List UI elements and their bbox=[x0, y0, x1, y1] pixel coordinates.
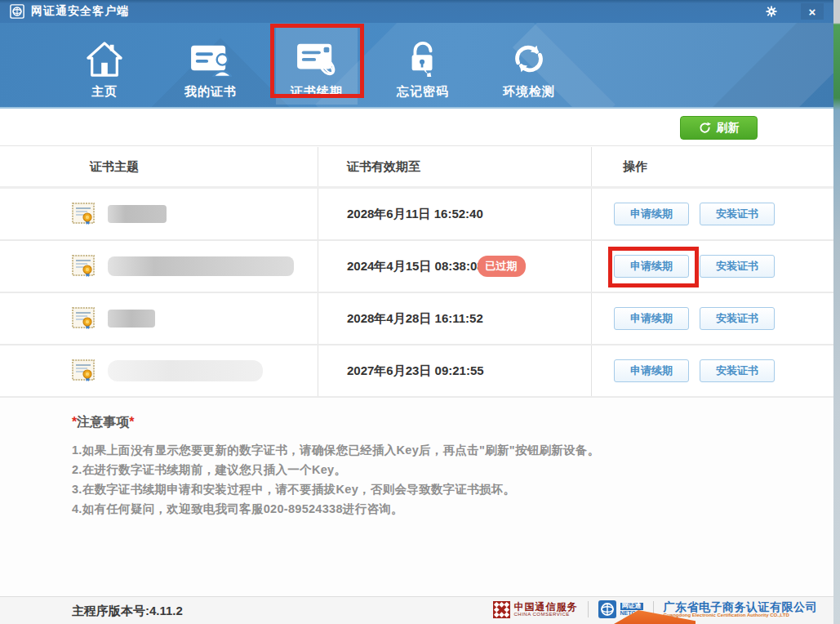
refresh-icon bbox=[699, 122, 711, 134]
certificate-icon bbox=[72, 359, 95, 382]
redacted-subject bbox=[108, 360, 263, 381]
note-item: 1.如果上面没有显示您要更新的数字证书，请确保您已经插入Key后，再点击"刷新"… bbox=[72, 440, 600, 460]
note-item: 4.如有任何疑问，欢迎致电我司客服020-89524338进行咨询。 bbox=[72, 499, 600, 519]
nav-items: 主页 我的证书 bbox=[64, 27, 570, 105]
app-window: 网证通安全客户端 × bbox=[0, 0, 833, 624]
asterisk: * bbox=[129, 415, 134, 429]
version-label: 主程序版本号:4.11.2 bbox=[72, 604, 183, 619]
notes-section: *注意事项* 1.如果上面没有显示您要更新的数字证书，请确保您已经插入Key后，… bbox=[0, 398, 833, 596]
home-icon bbox=[86, 38, 123, 79]
expired-badge: 已过期 bbox=[478, 256, 526, 277]
install-cert-button[interactable]: 安装证书 bbox=[700, 203, 775, 225]
valid-until: 2028年4月28日 16:11:52 bbox=[347, 311, 483, 327]
nav-label: 我的证书 bbox=[184, 84, 237, 100]
table-row: 2024年4月15日 08:38:08 已过期 申请续期 安装证书 bbox=[0, 241, 833, 293]
nav-item-cert-renew[interactable]: 证书续期 bbox=[276, 27, 358, 105]
close-icon[interactable]: × bbox=[801, 3, 824, 20]
cycle-arrows-icon bbox=[510, 38, 548, 79]
refresh-button[interactable]: 刷新 bbox=[680, 116, 758, 140]
renew-button[interactable]: 申请续期 bbox=[614, 359, 689, 382]
china-comservice-name: 中国通信服务 bbox=[514, 602, 578, 613]
table-row: 2027年6月23日 09:21:55 申请续期 安装证书 bbox=[0, 345, 833, 398]
china-comservice-en: CHINA COMSERVICE bbox=[514, 612, 578, 617]
renew-button[interactable]: 申请续期 bbox=[614, 307, 689, 330]
netca-name: 网证通 bbox=[620, 603, 643, 609]
china-comservice-icon bbox=[493, 601, 510, 618]
valid-until: 2028年6月11日 16:52:40 bbox=[347, 207, 483, 222]
settings-gear-icon[interactable] bbox=[760, 3, 783, 20]
netca-icon bbox=[598, 600, 616, 618]
nav-item-my-certs[interactable]: 我的证书 bbox=[170, 27, 251, 105]
nav-item-forgot-password[interactable]: 忘记密码 bbox=[382, 27, 464, 105]
nav-bar: 主页 我的证书 bbox=[0, 23, 833, 109]
nav-label: 证书续期 bbox=[291, 84, 343, 100]
valid-until: 2024年4月15日 08:38:08 bbox=[347, 259, 484, 274]
gdca-en: Guangdong Electronic Certification Autho… bbox=[664, 613, 818, 617]
renew-button-highlighted[interactable]: 申请续期 bbox=[614, 255, 689, 278]
table-row: 2028年4月28日 16:11:52 申请续期 安装证书 bbox=[0, 293, 833, 345]
footer-bar: 主程序版本号:4.11.2 bbox=[0, 596, 833, 624]
certificate-card-icon bbox=[189, 38, 232, 79]
note-item: 3.在数字证书续期申请和安装过程中，请不要插拔Key，否则会导致数字证书损坏。 bbox=[72, 479, 600, 499]
gdca-logo: 广东省电子商务认证有限公司 Guangdong Electronic Certi… bbox=[664, 601, 818, 618]
toolbar: 刷新 bbox=[0, 110, 833, 146]
certificate-table: 证书主题 证书有效期至 操作 2028年6月11日 16:52:40 bbox=[0, 147, 833, 398]
col-header-actions: 操作 bbox=[623, 159, 647, 175]
install-cert-button[interactable]: 安装证书 bbox=[700, 359, 775, 382]
desktop-background-strip bbox=[833, 0, 840, 624]
nav-label: 主页 bbox=[91, 84, 118, 100]
titlebar: 网证通安全客户端 × bbox=[0, 0, 833, 23]
nav-label: 环境检测 bbox=[503, 84, 555, 100]
divider bbox=[588, 601, 589, 617]
valid-until: 2027年6月23日 09:21:55 bbox=[347, 363, 484, 379]
nav-item-env-check[interactable]: 环境检测 bbox=[488, 27, 570, 105]
notes-list: 1.如果上面没有显示您要更新的数字证书，请确保您已经插入Key后，再点击"刷新"… bbox=[72, 440, 600, 519]
redacted-subject bbox=[108, 310, 155, 328]
window-title: 网证通安全客户端 bbox=[31, 4, 129, 19]
col-header-subject: 证书主题 bbox=[90, 159, 139, 175]
refresh-label: 刷新 bbox=[717, 121, 740, 136]
renew-button[interactable]: 申请续期 bbox=[614, 203, 689, 225]
gdca-name: 广东省电子商务认证有限公司 bbox=[664, 601, 818, 613]
lock-wrench-icon bbox=[404, 38, 442, 79]
table-row: 2028年6月11日 16:52:40 申请续期 安装证书 bbox=[0, 189, 833, 241]
table-header-row: 证书主题 证书有效期至 操作 bbox=[0, 147, 833, 189]
note-item: 2.在进行数字证书续期前，建议您只插入一个Key。 bbox=[72, 460, 600, 479]
china-comservice-logo: 中国通信服务 CHINA COMSERVICE bbox=[493, 601, 578, 618]
certificate-icon bbox=[72, 307, 95, 330]
col-header-valid-until: 证书有效期至 bbox=[347, 159, 420, 175]
screen: 网证通安全客户端 × bbox=[0, 0, 840, 624]
redacted-subject bbox=[108, 205, 167, 223]
install-cert-button[interactable]: 安装证书 bbox=[700, 307, 775, 330]
redacted-subject bbox=[108, 256, 294, 276]
notes-title: *注意事项* bbox=[72, 414, 134, 431]
nav-item-home[interactable]: 主页 bbox=[64, 27, 145, 105]
certificate-icon bbox=[72, 255, 95, 278]
certificate-renew-icon bbox=[296, 38, 338, 79]
app-logo-icon bbox=[10, 4, 24, 19]
certificate-icon bbox=[72, 203, 95, 225]
nav-label: 忘记密码 bbox=[397, 84, 449, 100]
install-cert-button[interactable]: 安装证书 bbox=[700, 255, 775, 278]
